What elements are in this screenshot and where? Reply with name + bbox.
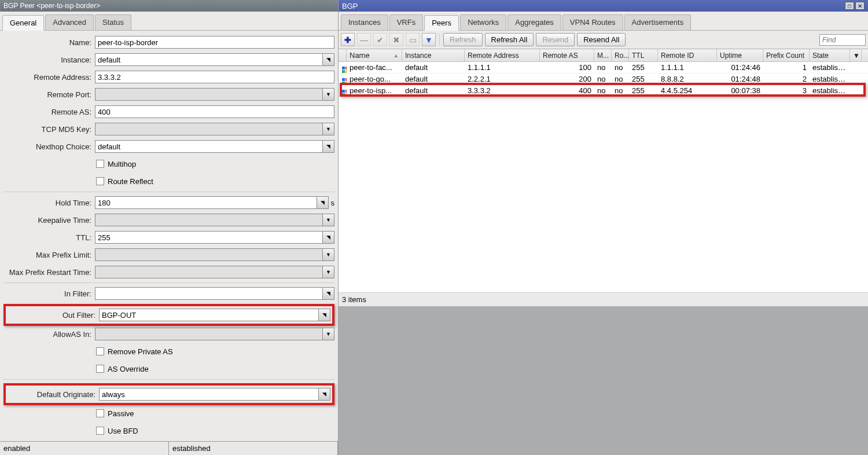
resend-all-button[interactable]: Resend All	[577, 33, 626, 46]
minimize-button[interactable]: □	[845, 2, 854, 10]
tab-advanced[interactable]: Advanced	[45, 14, 94, 30]
max-prefix-restart-input[interactable]	[95, 266, 323, 278]
in-filter-dropdown-icon[interactable]: ◥	[323, 287, 334, 300]
label-tcp-md5: TCP MD5 Key:	[3, 125, 95, 134]
th-remote-as[interactable]: Remote AS	[540, 49, 594, 61]
add-button[interactable]: ✚	[341, 33, 355, 46]
resend-button[interactable]: Resend	[536, 33, 575, 46]
refresh-button[interactable]: Refresh	[443, 33, 483, 46]
max-prefix-input[interactable]	[95, 248, 323, 261]
ttl-dropdown-icon[interactable]: ◥	[323, 231, 334, 244]
keepalive-expand-icon[interactable]: ▼	[323, 214, 334, 226]
th-remote-address[interactable]: Remote Address	[465, 49, 540, 61]
th-remote-id[interactable]: Remote ID	[658, 49, 717, 61]
label-remote-port: Remote Port:	[3, 90, 95, 99]
disable-button[interactable]: ✖	[389, 33, 403, 46]
label-nexthop: Nexthop Choice:	[3, 142, 95, 151]
refresh-all-button[interactable]: Refresh All	[485, 33, 534, 46]
remove-button[interactable]: —	[357, 33, 371, 46]
keepalive-input[interactable]	[95, 214, 323, 226]
remote-port-expand-icon[interactable]: ▼	[323, 88, 334, 101]
filter-icon[interactable]: ▼	[422, 33, 436, 46]
th-menu-icon[interactable]: ▼	[850, 49, 862, 61]
peer-icon	[341, 89, 347, 96]
close-button[interactable]: ✕	[855, 2, 865, 10]
tab-peers[interactable]: Peers	[424, 15, 459, 31]
bgp-title: BGP □ ✕	[339, 0, 868, 12]
tab-vpn4[interactable]: VPN4 Routes	[562, 14, 623, 30]
left-tabs: General Advanced Status	[0, 12, 338, 31]
multihop-checkbox[interactable]	[96, 160, 104, 168]
label-max-prefix: Max Prefix Limit:	[3, 251, 95, 259]
comment-button[interactable]: ▭	[406, 33, 420, 46]
out-filter-input[interactable]	[99, 309, 319, 321]
tab-networks[interactable]: Networks	[460, 14, 506, 30]
nexthop-dropdown-icon[interactable]: ◥	[323, 140, 334, 153]
label-instance: Instance:	[3, 56, 95, 64]
tab-vrfs[interactable]: VRFs	[389, 14, 424, 30]
find-input[interactable]	[819, 34, 866, 46]
dialog-title: BGP Peer <peer-to-isp-border>	[0, 0, 338, 12]
tcp-md5-expand-icon[interactable]: ▼	[323, 123, 334, 135]
allowas-expand-icon[interactable]: ▼	[323, 328, 334, 340]
remote-as-input[interactable]	[95, 105, 334, 118]
use-bfd-checkbox[interactable]	[96, 427, 104, 435]
bgp-tabs: Instances VRFs Peers Networks Aggregates…	[339, 12, 868, 31]
instance-input[interactable]	[95, 53, 323, 66]
hold-time-input[interactable]	[95, 196, 317, 209]
items-status: 3 items	[339, 292, 868, 306]
instance-dropdown-icon[interactable]: ◥	[323, 53, 334, 66]
name-input[interactable]	[95, 36, 334, 49]
nexthop-input[interactable]	[95, 140, 323, 153]
enable-button[interactable]: ✔	[373, 33, 387, 46]
max-prefix-expand-icon[interactable]: ▼	[323, 248, 334, 261]
remove-private-checkbox[interactable]	[96, 347, 104, 355]
remote-address-input[interactable]	[95, 71, 334, 83]
status-bar: enabled established	[0, 441, 338, 455]
tab-aggregates[interactable]: Aggregates	[507, 14, 561, 30]
label-remote-as: Remote AS:	[3, 108, 95, 116]
hold-time-dropdown-icon[interactable]: ◥	[317, 196, 329, 209]
label-ttl: TTL:	[3, 233, 95, 242]
th-name[interactable]: Name▲	[347, 49, 402, 61]
allowas-input[interactable]	[95, 328, 323, 340]
highlight-default-originate: Default Originate:◥	[3, 383, 334, 405]
ttl-input[interactable]	[95, 231, 323, 244]
tab-status[interactable]: Status	[95, 14, 131, 30]
th-multihop[interactable]: M...	[594, 49, 612, 61]
unit-s: s	[331, 199, 335, 207]
tab-advertisements[interactable]: Advertisements	[624, 14, 692, 30]
th-route-reflect[interactable]: Ro...	[612, 49, 629, 61]
form-area: Name: Instance:◥ Remote Address: Remote …	[0, 31, 338, 441]
table-row[interactable]: peer-to-fac...default1.1.1.1100nono2551.…	[339, 62, 868, 74]
status-established: established	[169, 442, 338, 455]
th-state[interactable]: State	[810, 49, 850, 61]
bgp-title-text: BGP	[342, 2, 358, 10]
passive-checkbox[interactable]	[96, 409, 104, 417]
tab-instances[interactable]: Instances	[341, 14, 388, 30]
default-orig-dropdown-icon[interactable]: ◥	[319, 388, 330, 401]
tab-general[interactable]: General	[2, 15, 44, 31]
out-filter-dropdown-icon[interactable]: ◥	[319, 309, 330, 321]
th-instance[interactable]: Instance	[402, 49, 465, 61]
as-override-checkbox[interactable]	[96, 365, 104, 373]
label-name: Name:	[3, 38, 95, 47]
label-allowas: AllowAS In:	[3, 330, 95, 339]
route-reflect-label: Route Reflect	[108, 177, 153, 186]
table-row[interactable]: peer-to-isp...default3.3.3.2400nono2554.…	[339, 85, 868, 97]
remote-port-input[interactable]	[95, 88, 323, 101]
remove-private-label: Remove Private AS	[108, 347, 173, 356]
th-uptime[interactable]: Uptime	[717, 49, 763, 61]
label-default-orig: Default Originate:	[8, 390, 99, 399]
peer-icon	[341, 66, 347, 73]
route-reflect-checkbox[interactable]	[96, 177, 104, 185]
in-filter-input[interactable]	[95, 287, 323, 300]
th-prefix-count[interactable]: Prefix Count	[763, 49, 810, 61]
default-orig-input[interactable]	[99, 388, 319, 401]
max-prefix-restart-expand-icon[interactable]: ▼	[323, 266, 334, 278]
label-hold-time: Hold Time:	[3, 199, 95, 207]
tcp-md5-input[interactable]	[95, 123, 323, 135]
highlight-out-filter: Out Filter:◥	[3, 304, 334, 326]
th-ttl[interactable]: TTL	[629, 49, 658, 61]
table-row[interactable]: peer-to-go...default2.2.2.1200nono2558.8…	[339, 74, 868, 85]
